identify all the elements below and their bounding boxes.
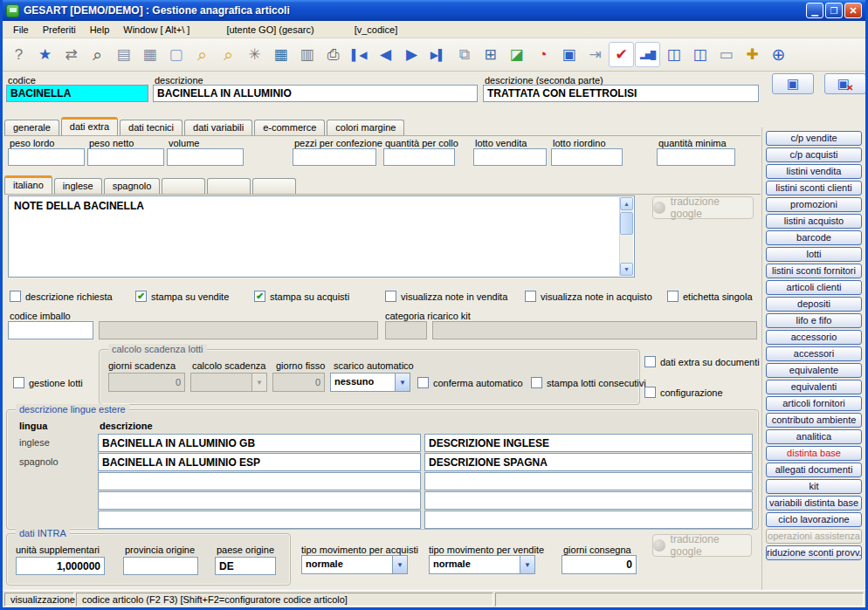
sidebar-distinta-base-button[interactable]: distinta base (766, 446, 862, 461)
tab-e-commerce[interactable]: e-commerce (254, 120, 325, 136)
conferma-automatico-checkbox[interactable]: conferma automatico (417, 377, 523, 388)
validate-icon[interactable]: ✔ (609, 42, 634, 67)
pezzi-confezione-input[interactable] (293, 148, 376, 166)
previous-record-icon[interactable]: ◀ (373, 42, 398, 67)
lotto-riordino-input[interactable] (551, 148, 623, 166)
tipo-movimento-vendite-select[interactable]: normale▼ (429, 555, 535, 574)
lang-tab-spagnolo[interactable]: spagnolo (104, 178, 161, 195)
gestione-lotti-checkbox[interactable]: gestione lotti (13, 377, 83, 388)
descrizione2-estera-input[interactable] (424, 434, 753, 452)
descrizione2-input[interactable] (483, 85, 759, 102)
descrizione-estera-input[interactable] (98, 472, 421, 490)
tab-generale[interactable]: generale (4, 120, 59, 136)
cancel-save-button[interactable]: ▣✕ (824, 73, 866, 94)
db-search-icon[interactable]: ⌕ (189, 42, 215, 67)
traduzione-google-button-2[interactable]: traduzione google (652, 534, 752, 557)
lang-tab-empty-3[interactable] (252, 178, 296, 195)
sidebar-articoli-fornitori-button[interactable]: articoli fornitori (766, 396, 862, 411)
sidebar-accessori-button[interactable]: accessori (766, 346, 862, 361)
sidebar-promozioni-button[interactable]: promozioni (766, 197, 862, 212)
descrizione-estera-input[interactable] (98, 511, 421, 529)
chevron-down-icon[interactable]: ▼ (520, 556, 534, 573)
tab-colori-margine[interactable]: colori margine (327, 120, 404, 136)
wheel-icon[interactable]: ✳ (242, 42, 267, 67)
next-record-icon[interactable]: ▶ (399, 42, 424, 67)
planner-icon[interactable]: ▥ (294, 42, 320, 67)
image-icon[interactable]: ◪ (504, 42, 529, 67)
codice-imballo-input[interactable] (8, 321, 93, 339)
save-button[interactable]: ▣ (772, 73, 814, 94)
scroll-up-icon[interactable]: ▲ (620, 197, 633, 210)
sidebar-depositi-button[interactable]: depositi (766, 297, 862, 312)
sidebar-ciclo-lavorazione-button[interactable]: ciclo lavorazione (766, 512, 862, 527)
favorites-star-icon[interactable]: ★ (32, 42, 58, 67)
copy-document-icon[interactable]: ⧉ (451, 42, 477, 67)
descrizione-richiesta-checkbox[interactable]: descrizione richiesta (10, 291, 113, 302)
menu-v-codice[interactable]: [v_codice] (348, 23, 405, 37)
chart-icon[interactable]: ▂▅█ (635, 42, 660, 67)
document-icon[interactable]: ▤ (111, 42, 136, 67)
close-button[interactable]: ✕ (844, 3, 862, 18)
traduzione-google-button[interactable]: traduzione google (652, 196, 754, 219)
volume-input[interactable] (167, 148, 244, 166)
lang-tab-empty-1[interactable] (162, 178, 205, 195)
paese-origine-input[interactable] (215, 557, 276, 575)
quantita-minima-input[interactable] (657, 148, 735, 166)
descrizione2-estera-input[interactable] (424, 472, 753, 490)
report-icon[interactable]: ▦ (137, 42, 162, 67)
dati-extra-documenti-checkbox[interactable]: dati extra su documenti (644, 356, 760, 367)
sidebar-lotti-button[interactable]: lotti (766, 247, 862, 262)
peso-lordo-input[interactable] (8, 148, 85, 166)
lang-tab-empty-2[interactable] (207, 178, 251, 195)
archive-cabinet2-icon[interactable]: ◫ (687, 42, 713, 67)
db-export-icon[interactable]: ⇥ (582, 42, 608, 67)
descrizione-estera-input[interactable] (98, 434, 421, 452)
sidebar-equivalente-button[interactable]: equivalente (766, 363, 862, 378)
descrizione-estera-input[interactable] (98, 453, 421, 471)
sidebar-cp-acquisti-button[interactable]: c/p acquisti (766, 147, 862, 162)
stampa-su-acquisti-checkbox[interactable]: ✔stampa su acquisti (254, 291, 349, 302)
sidebar-lifo-e-fifo-button[interactable]: lifo e fifo (766, 313, 862, 328)
binoculars-search-icon[interactable]: ⌕ (85, 42, 110, 67)
sidebar-cp-vendite-button[interactable]: c/p vendite (766, 131, 862, 146)
menu-file[interactable]: File (6, 23, 36, 37)
globe-icon[interactable]: ⊕ (766, 42, 791, 67)
peso-netto-input[interactable] (87, 148, 164, 166)
stampa-su-vendite-checkbox[interactable]: ✔stampa su vendite (135, 291, 229, 302)
scroll-down-icon[interactable]: ▼ (620, 263, 633, 276)
printer-icon[interactable]: ⎙ (320, 42, 346, 67)
menu-preferiti[interactable]: Preferiti (36, 23, 83, 37)
etichetta-singola-checkbox[interactable]: etichetta singola (667, 291, 753, 302)
chevron-down-icon[interactable]: ▼ (395, 374, 410, 391)
scroll-thumb[interactable] (620, 212, 633, 235)
tab-dati-extra[interactable]: dati extra (61, 117, 118, 136)
notes-textarea[interactable]: NOTE DELLA BACINELLA ▲ ▼ (8, 195, 635, 278)
sidebar-barcode-button[interactable]: barcode (766, 230, 862, 245)
notes-scrollbar[interactable]: ▲ ▼ (619, 197, 633, 276)
help-icon[interactable]: ? (6, 42, 31, 67)
sidebar-variabili-distinta-base-button[interactable]: variabili distinta base (766, 496, 862, 511)
archive-cabinet-icon[interactable]: ◫ (661, 42, 686, 67)
calendar-icon[interactable]: ▦ (268, 42, 293, 67)
sidebar-equivalenti-button[interactable]: equivalenti (766, 380, 862, 394)
menu-window[interactable]: Window [ Alt+\ ] (116, 23, 196, 37)
scarico-automatico-select[interactable]: nessuno▼ (330, 373, 410, 392)
sidebar-analitica-button[interactable]: analitica (766, 429, 862, 444)
descrizione2-estera-input[interactable] (424, 511, 753, 529)
configurazione-checkbox[interactable]: configurazione (644, 387, 723, 398)
sidebar-accessorio-button[interactable]: accessorio (766, 330, 862, 345)
sidebar-allegati-documenti-button[interactable]: allegati documenti (766, 463, 862, 477)
add-folder-icon[interactable]: ✚ (740, 42, 765, 67)
stampa-lotti-consecutivi-checkbox[interactable]: stampa lotti consecutivi (531, 377, 646, 388)
tab-dati-tecnici[interactable]: dati tecnici (120, 120, 183, 136)
menu-help[interactable]: Help (83, 23, 117, 37)
descrizione2-estera-input[interactable] (424, 491, 753, 510)
gauge-icon[interactable]: ◔ (530, 42, 555, 67)
sidebar-kit-button[interactable]: kit (766, 479, 862, 494)
visualizza-note-acquisto-checkbox[interactable]: visualizza note in acquisto (525, 291, 652, 302)
descrizione-input[interactable] (153, 85, 478, 102)
sidebar-listini-acquisto-button[interactable]: listini acquisto (766, 214, 862, 229)
lang-tab-italiano[interactable]: italiano (4, 175, 52, 195)
tab-dati-variabili[interactable]: dati variabili (184, 120, 252, 136)
unita-supplementari-input[interactable] (16, 557, 105, 575)
